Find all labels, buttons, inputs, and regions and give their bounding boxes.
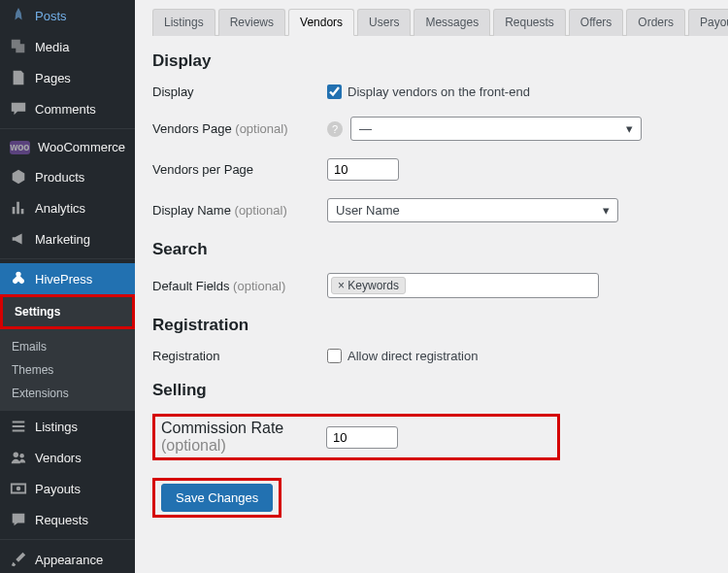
svg-point-2 xyxy=(17,487,21,491)
request-icon xyxy=(10,511,27,528)
commission-highlight: Commission Rate (optional) xyxy=(152,414,560,460)
allow-registration-checkbox[interactable] xyxy=(327,349,342,363)
keywords-tag[interactable]: × Keywords xyxy=(331,277,406,294)
sidebar-sub-settings[interactable]: Settings xyxy=(3,297,132,326)
tab-payouts[interactable]: Payouts xyxy=(688,9,728,36)
sidebar-item-media[interactable]: Media xyxy=(0,31,135,62)
sidebar-item-marketing[interactable]: Marketing xyxy=(0,223,135,254)
section-search-title: Search xyxy=(152,240,711,259)
pin-icon xyxy=(10,7,27,24)
megaphone-icon xyxy=(10,230,27,248)
tab-messages[interactable]: Messages xyxy=(414,9,490,36)
tab-requests[interactable]: Requests xyxy=(493,9,566,36)
chevron-down-icon: ▾ xyxy=(603,203,610,218)
users-icon xyxy=(10,449,27,466)
sidebar-item-label: HivePress xyxy=(35,272,92,286)
display-label: Display xyxy=(152,84,327,99)
display-vendors-text: Display vendors on the front-end xyxy=(347,84,530,99)
vendors-page-select[interactable]: —▾ xyxy=(350,117,642,141)
sidebar-item-label: Marketing xyxy=(35,232,90,247)
sidebar-item-listings[interactable]: Listings xyxy=(0,411,135,442)
sidebar-submenu-cont: Emails Themes Extensions xyxy=(0,329,135,411)
default-fields-label: Default Fields (optional) xyxy=(152,279,327,293)
sidebar-item-label: WooCommerce xyxy=(38,140,125,154)
sidebar-item-label: Payouts xyxy=(35,482,81,496)
sidebar-item-label: Appearance xyxy=(35,553,103,567)
sidebar-item-label: Pages xyxy=(35,71,71,85)
help-icon[interactable]: ? xyxy=(327,121,343,137)
sidebar-item-woocommerce[interactable]: wooWooCommerce xyxy=(0,133,135,161)
tab-offers[interactable]: Offers xyxy=(569,9,623,36)
money-icon xyxy=(10,480,27,497)
main-content: ListingsReviewsVendorsUsersMessagesReque… xyxy=(135,0,728,573)
section-selling-title: Selling xyxy=(152,381,711,400)
tab-vendors[interactable]: Vendors xyxy=(288,9,354,36)
section-display-title: Display xyxy=(152,51,711,71)
hivepress-icon xyxy=(10,270,27,287)
sidebar-item-label: Analytics xyxy=(35,201,85,216)
page-icon xyxy=(10,69,27,86)
tab-listings[interactable]: Listings xyxy=(152,9,215,36)
sidebar-item-label: Requests xyxy=(35,513,88,527)
save-button[interactable]: Save Changes xyxy=(161,484,273,512)
sidebar-item-label: Media xyxy=(35,40,69,54)
sidebar-item-hivepress[interactable]: HivePress xyxy=(0,263,135,294)
settings-tabs: ListingsReviewsVendorsUsersMessagesReque… xyxy=(152,8,711,36)
save-highlight: Save Changes xyxy=(152,478,281,518)
sidebar-sub-emails[interactable]: Emails xyxy=(0,335,135,358)
woo-icon: woo xyxy=(10,141,30,154)
sidebar-item-pages[interactable]: Pages xyxy=(0,62,135,93)
sidebar-item-label: Listings xyxy=(35,420,78,434)
comment-icon xyxy=(10,100,27,118)
sidebar-item-analytics[interactable]: Analytics xyxy=(0,192,135,223)
box-icon xyxy=(10,168,27,185)
sidebar-item-label: Products xyxy=(35,170,84,185)
allow-registration-text: Allow direct registration xyxy=(347,349,478,363)
sidebar-item-products[interactable]: Products xyxy=(0,161,135,192)
brush-icon xyxy=(10,551,27,568)
vendors-page-label: Vendors Page (optional) xyxy=(152,121,327,136)
tab-reviews[interactable]: Reviews xyxy=(218,9,285,36)
section-registration-title: Registration xyxy=(152,316,711,335)
default-fields-input[interactable]: × Keywords xyxy=(327,273,599,298)
tab-orders[interactable]: Orders xyxy=(626,9,685,36)
commission-rate-input[interactable] xyxy=(326,426,398,449)
sidebar-item-label: Vendors xyxy=(35,451,82,465)
vendors-per-page-input[interactable] xyxy=(327,158,399,181)
sidebar-item-comments[interactable]: Comments xyxy=(0,93,135,124)
display-name-label: Display Name (optional) xyxy=(152,203,327,218)
sidebar-item-label: Posts xyxy=(35,9,67,23)
sidebar-item-appearance[interactable]: Appearance xyxy=(0,544,135,573)
svg-point-0 xyxy=(14,453,18,457)
sidebar-item-payouts[interactable]: Payouts xyxy=(0,473,135,504)
sidebar-item-vendors[interactable]: Vendors xyxy=(0,442,135,473)
tab-users[interactable]: Users xyxy=(357,9,411,36)
sidebar-item-requests[interactable]: Requests xyxy=(0,504,135,535)
list-icon xyxy=(10,418,27,435)
admin-sidebar: Posts Media Pages Comments wooWooCommerc… xyxy=(0,0,135,573)
display-vendors-checkbox[interactable] xyxy=(327,84,342,99)
registration-label: Registration xyxy=(152,349,327,363)
sidebar-item-posts[interactable]: Posts xyxy=(0,0,135,31)
chevron-down-icon: ▾ xyxy=(626,121,633,136)
chart-icon xyxy=(10,199,27,217)
sidebar-sub-themes[interactable]: Themes xyxy=(0,358,135,382)
sidebar-submenu: Settings xyxy=(0,294,135,329)
sidebar-item-label: Comments xyxy=(35,102,96,117)
per-page-label: Vendors per Page xyxy=(152,162,327,177)
commission-label: Commission Rate (optional) xyxy=(161,420,326,455)
svg-point-1 xyxy=(19,454,24,458)
media-icon xyxy=(10,38,27,55)
display-name-select[interactable]: User Name▾ xyxy=(327,198,618,222)
sidebar-sub-extensions[interactable]: Extensions xyxy=(0,382,135,405)
